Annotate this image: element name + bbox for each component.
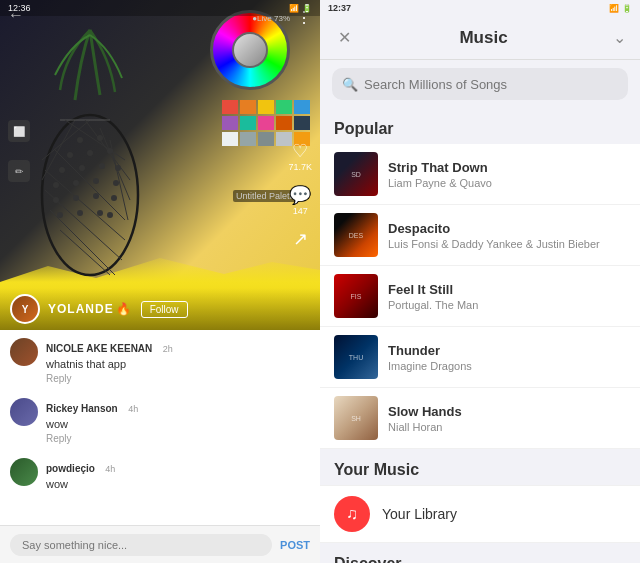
swatch-gray[interactable]	[240, 132, 256, 146]
comment-count: 147	[293, 206, 308, 216]
svg-point-22	[53, 182, 59, 188]
discover-header: Discover	[320, 543, 640, 563]
song-item[interactable]: THU Thunder Imagine Dragons	[320, 327, 640, 388]
like-count: 71.7K	[288, 162, 312, 172]
right-status-bar: 12:37 📶🔋	[320, 0, 640, 16]
thumb-text: FIS	[334, 274, 378, 318]
svg-point-27	[73, 195, 79, 201]
music-header: ✕ Music ⌄	[320, 16, 640, 60]
fire-icon: 🔥	[116, 302, 131, 316]
comment-time: 2h	[163, 344, 173, 354]
comment-username: powdieçio	[46, 463, 95, 474]
song-thumbnail: SH	[334, 396, 378, 440]
tool-icon-2[interactable]: ✏	[8, 160, 30, 182]
user-avatar[interactable]: Y	[10, 294, 40, 324]
song-title: Slow Hands	[388, 404, 626, 419]
swatch-teal[interactable]	[240, 116, 256, 130]
song-info: Despacito Luis Fonsi & Daddy Yankee & Ju…	[388, 221, 626, 250]
song-title: Feel It Still	[388, 282, 626, 297]
song-item[interactable]: DES Despacito Luis Fonsi & Daddy Yankee …	[320, 205, 640, 266]
thumb-text: SD	[334, 152, 378, 196]
svg-point-16	[87, 150, 93, 156]
swatch-white[interactable]	[222, 132, 238, 146]
svg-point-33	[107, 212, 113, 218]
song-info: Strip That Down Liam Payne & Quavo	[388, 160, 626, 189]
svg-point-18	[59, 167, 65, 173]
reply-button[interactable]: Reply	[46, 433, 310, 444]
song-thumbnail: FIS	[334, 274, 378, 318]
swatch-pink[interactable]	[258, 116, 274, 130]
library-icon: ♫	[334, 496, 370, 532]
post-button[interactable]: POST	[280, 539, 310, 551]
comments-section: NICOLE AKE KEENAN 2h whatnis that app Re…	[0, 330, 320, 525]
comment-button[interactable]: 💬 147	[289, 184, 311, 216]
comment-text: whatnis that app	[46, 358, 310, 370]
comment-username: Rickey Hanson	[46, 403, 118, 414]
comment-avatar[interactable]	[10, 398, 38, 426]
swatch-yellow[interactable]	[258, 100, 274, 114]
swatch-orange[interactable]	[240, 100, 256, 114]
swatch-purple[interactable]	[222, 116, 238, 130]
popular-section-header: Popular	[320, 108, 640, 144]
comment-avatar[interactable]	[10, 458, 38, 486]
music-note-icon: ♫	[346, 505, 358, 523]
status-bar-left: 12:36 📶🔋	[0, 0, 320, 16]
svg-point-29	[111, 195, 117, 201]
song-item[interactable]: FIS Feel It Still Portugal. The Man	[320, 266, 640, 327]
your-music-section: Your Music ♫ Your Library	[320, 449, 640, 543]
swatch-dark[interactable]	[294, 116, 310, 130]
comment-time: 4h	[128, 404, 138, 414]
swatch-dgray[interactable]	[258, 132, 274, 146]
swatch-green[interactable]	[276, 100, 292, 114]
svg-point-25	[113, 180, 119, 186]
swatch-brown[interactable]	[276, 116, 292, 130]
swatch-blue[interactable]	[294, 100, 310, 114]
song-title: Strip That Down	[388, 160, 626, 175]
your-library-item[interactable]: ♫ Your Library	[320, 485, 640, 543]
comment-body: Rickey Hanson 4h wow Reply	[46, 398, 310, 444]
search-container: 🔍	[320, 60, 640, 108]
video-area: Untitled Palette ⬜ ✏ ← ●Live 73%	[0, 0, 320, 330]
color-wheel-inner	[232, 32, 268, 68]
status-time-left: 12:36	[8, 3, 31, 13]
svg-line-7	[42, 120, 75, 180]
left-toolbar: ⬜ ✏	[8, 120, 30, 182]
tool-icon-1[interactable]: ⬜	[8, 120, 30, 142]
svg-point-31	[77, 210, 83, 216]
status-icons-left: 📶🔋	[289, 4, 312, 13]
comment-item: powdieçio 4h wow	[10, 458, 310, 490]
svg-point-20	[99, 163, 105, 169]
pineapple-drawing	[10, 20, 170, 300]
svg-line-4	[50, 210, 115, 275]
library-label: Your Library	[382, 506, 457, 522]
song-item[interactable]: SD Strip That Down Liam Payne & Quavo	[320, 144, 640, 205]
music-title: Music	[459, 28, 507, 48]
svg-point-23	[73, 180, 79, 186]
like-button[interactable]: ♡ 71.7K	[288, 140, 312, 172]
search-input[interactable]	[364, 77, 618, 92]
share-button[interactable]: ↗	[293, 228, 308, 250]
bottom-input-bar: POST	[0, 525, 320, 563]
song-title: Thunder	[388, 343, 626, 358]
reply-button[interactable]: Reply	[46, 373, 310, 384]
swatch-red[interactable]	[222, 100, 238, 114]
comment-text: wow	[46, 478, 310, 490]
svg-point-32	[97, 210, 103, 216]
song-info: Slow Hands Niall Horan	[388, 404, 626, 433]
right-panel: 12:37 📶🔋 ✕ Music ⌄ 🔍 Popular SD Strip Th…	[320, 0, 640, 563]
your-music-header: Your Music	[320, 449, 640, 485]
comment-body: powdieçio 4h wow	[46, 458, 310, 490]
close-button[interactable]: ✕	[334, 28, 354, 47]
svg-point-14	[97, 135, 103, 141]
song-item[interactable]: SH Slow Hands Niall Horan	[320, 388, 640, 449]
song-artist: Liam Payne & Quavo	[388, 177, 626, 189]
bottom-comment-input[interactable]	[10, 534, 272, 556]
search-bar[interactable]: 🔍	[332, 68, 628, 100]
comment-avatar[interactable]	[10, 338, 38, 366]
chevron-down-icon[interactable]: ⌄	[613, 28, 626, 47]
follow-button[interactable]: Follow	[141, 301, 188, 318]
song-thumbnail: DES	[334, 213, 378, 257]
song-thumbnail: SD	[334, 152, 378, 196]
song-artist: Niall Horan	[388, 421, 626, 433]
song-artist: Luis Fonsi & Daddy Yankee & Justin Biebe…	[388, 238, 626, 250]
